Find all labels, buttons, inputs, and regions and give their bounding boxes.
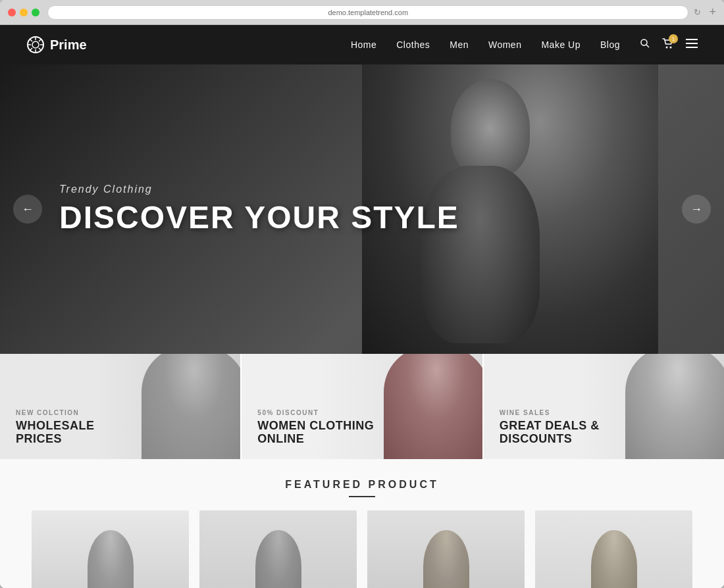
product-image-4 <box>591 530 637 588</box>
browser-window: demo.templatetrend.com ↻ + <box>0 0 724 588</box>
logo[interactable]: Prime <box>26 36 87 54</box>
product-image-1 <box>88 530 134 588</box>
hero-subtitle: Trendy Clothing <box>59 184 459 195</box>
promo-item-3[interactable]: WINE SALES GREAT DEALS &DISCOUNTS <box>484 354 724 459</box>
reload-button[interactable]: ↻ <box>694 7 701 17</box>
promo-title-2: WOMEN CLOTHINGONLINE <box>257 419 374 446</box>
svg-point-12 <box>666 47 668 49</box>
nav-item-home[interactable]: Home <box>351 39 376 51</box>
product-card-1[interactable] <box>32 510 189 588</box>
svg-point-13 <box>670 47 672 49</box>
product-image-3 <box>423 530 469 588</box>
menu-icon[interactable] <box>686 39 698 51</box>
product-grid <box>0 510 724 588</box>
svg-line-8 <box>39 39 41 42</box>
svg-line-9 <box>30 48 33 51</box>
site-wrapper: Prime Home Clothes Men Women Make Up Blo… <box>0 25 724 588</box>
promo-label-3: WINE SALES <box>500 409 600 416</box>
maximize-button[interactable] <box>32 9 39 16</box>
nav-item-clothes[interactable]: Clothes <box>396 39 430 51</box>
promo-item-2[interactable]: 50% DISCOUNT WOMEN CLOTHINGONLINE <box>242 354 483 459</box>
window-controls <box>8 9 39 16</box>
promo-figure-1 <box>142 354 242 459</box>
cart-icon[interactable]: 1 <box>662 38 674 51</box>
main-navbar: Prime Home Clothes Men Women Make Up Blo… <box>0 25 724 64</box>
promo-figure-3 <box>625 354 724 459</box>
svg-line-6 <box>30 39 33 42</box>
svg-point-1 <box>32 41 39 48</box>
promo-text-1: NEW COLCTION WHOLESALEPRICES <box>16 409 95 446</box>
featured-section: FEATURED PRODUCT <box>0 459 724 588</box>
product-image-2 <box>255 530 301 588</box>
close-button[interactable] <box>8 9 16 16</box>
nav-links: Home Clothes Men Women Make Up Blog <box>351 39 620 51</box>
featured-heading: FEATURED PRODUCT <box>0 479 724 497</box>
nav-item-men[interactable]: Men <box>450 39 469 51</box>
promo-label-1: NEW COLCTION <box>16 409 95 416</box>
promo-item-1[interactable]: NEW COLCTION WHOLESALEPRICES <box>0 354 242 459</box>
hero-text: Trendy Clothing DISCOVER YOUR STYLE <box>59 184 459 235</box>
nav-item-blog[interactable]: Blog <box>600 39 620 51</box>
minimize-button[interactable] <box>20 9 28 16</box>
promo-label-2: 50% DISCOUNT <box>257 409 374 416</box>
product-card-4[interactable] <box>535 510 692 588</box>
logo-icon <box>26 36 45 54</box>
cart-badge: 1 <box>669 34 678 43</box>
hero-next-button[interactable]: → <box>682 195 711 224</box>
add-tab-button[interactable]: + <box>709 5 716 19</box>
svg-point-10 <box>641 39 647 45</box>
search-icon[interactable] <box>640 38 650 51</box>
product-card-2[interactable] <box>199 510 357 588</box>
browser-titlebar: demo.templatetrend.com ↻ + <box>0 0 724 25</box>
hero-section: Trendy Clothing DISCOVER YOUR STYLE ← → <box>0 64 724 354</box>
featured-title: FEATURED PRODUCT <box>0 479 724 491</box>
promo-title-1: WHOLESALEPRICES <box>16 419 95 446</box>
nav-item-women[interactable]: Women <box>488 39 521 51</box>
svg-line-7 <box>39 48 41 51</box>
featured-underline <box>349 496 375 497</box>
browser-content: Prime Home Clothes Men Women Make Up Blo… <box>0 25 724 588</box>
nav-icons: 1 <box>640 38 698 51</box>
promo-title-3: GREAT DEALS &DISCOUNTS <box>500 419 600 446</box>
promo-text-2: 50% DISCOUNT WOMEN CLOTHINGONLINE <box>257 409 374 446</box>
hero-prev-button[interactable]: ← <box>13 195 42 224</box>
address-bar[interactable]: demo.templatetrend.com <box>47 5 688 20</box>
promo-text-3: WINE SALES GREAT DEALS &DISCOUNTS <box>500 409 600 446</box>
svg-line-11 <box>646 45 649 47</box>
url-text: demo.templatetrend.com <box>328 9 408 16</box>
promo-figure-2 <box>384 354 484 459</box>
hero-title: DISCOVER YOUR STYLE <box>59 201 459 235</box>
promo-section: NEW COLCTION WHOLESALEPRICES 50% DISCOUN… <box>0 354 724 459</box>
product-card-3[interactable] <box>367 510 525 588</box>
nav-item-makeup[interactable]: Make Up <box>541 39 581 51</box>
logo-text: Prime <box>50 37 87 53</box>
